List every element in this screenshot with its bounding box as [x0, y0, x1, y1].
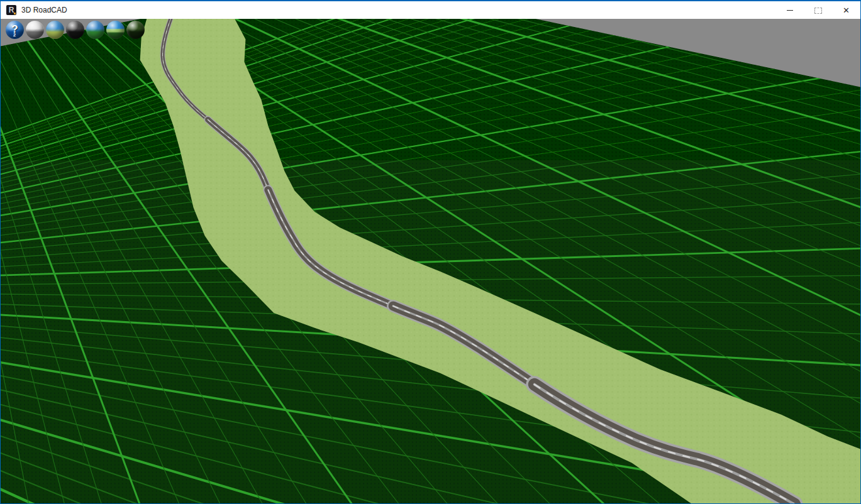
app-window: R 3D RoadCAD ✕ ?2: [0, 0, 861, 504]
help-sphere-button[interactable]: ?2: [6, 21, 24, 39]
minimize-button[interactable]: [775, 1, 804, 19]
maximize-icon: [814, 8, 822, 14]
window-controls: ✕: [775, 1, 860, 19]
titlebar: R 3D RoadCAD ✕: [1, 1, 860, 19]
material-toolbar: ?2: [6, 21, 145, 39]
scene-canvas: [1, 19, 860, 504]
window-title: 3D RoadCAD: [21, 6, 67, 14]
app-icon: R: [6, 5, 16, 15]
help-sub-icon: 2: [13, 33, 16, 37]
dark-green-material-sphere[interactable]: [126, 21, 145, 39]
maximize-button[interactable]: [804, 1, 832, 19]
3d-viewport[interactable]: [1, 19, 860, 504]
terrain-grid-sphere[interactable]: [86, 21, 104, 39]
close-icon: ✕: [843, 6, 850, 14]
dark-material-sphere[interactable]: [66, 21, 84, 39]
terrain-sky-sphere[interactable]: [46, 21, 64, 39]
close-button[interactable]: ✕: [832, 1, 860, 19]
stone-material-sphere[interactable]: [26, 21, 44, 39]
globe-sphere[interactable]: [106, 21, 125, 39]
minimize-icon: [787, 10, 793, 11]
